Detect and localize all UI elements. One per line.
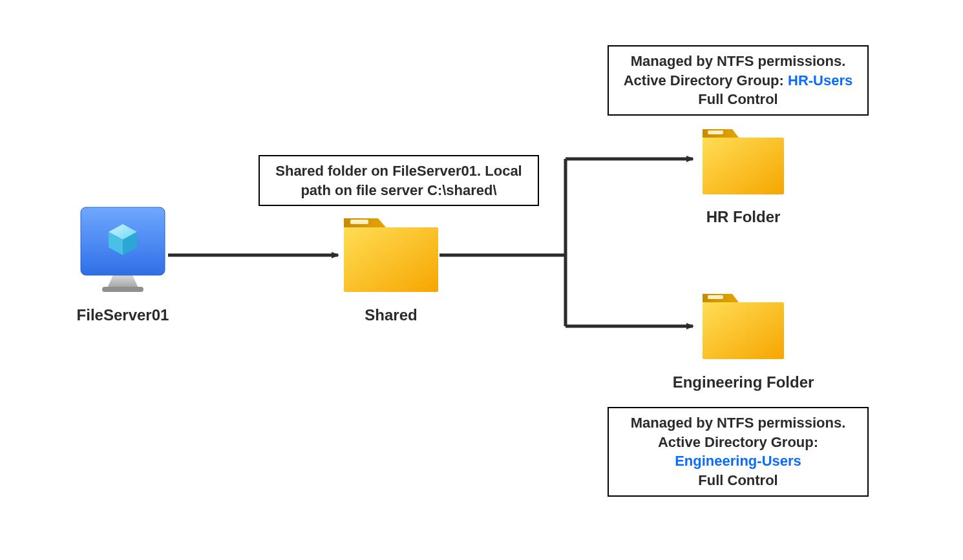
hr-folder-icon [701, 126, 785, 197]
svg-rect-11 [344, 227, 438, 292]
eng-note-group: Engineering-Users [675, 453, 801, 469]
eng-folder-label: Engineering Folder [646, 373, 840, 391]
hr-note-line1: Managed by NTFS permissions. [615, 52, 861, 71]
hr-note-line2: Active Directory Group: HR-Users [615, 71, 861, 90]
shared-note-box: Shared folder on FileServer01. Local pat… [259, 155, 539, 206]
svg-rect-15 [703, 302, 784, 359]
svg-rect-16 [708, 295, 723, 299]
diagram-stage: FileServer01 Shared folder on FileServer… [0, 0, 963, 560]
eng-note-box: Managed by NTFS permissions. Active Dire… [608, 407, 869, 497]
svg-rect-5 [102, 287, 143, 292]
hr-note-group: HR-Users [788, 72, 852, 88]
svg-rect-12 [350, 220, 368, 224]
eng-folder-icon [701, 291, 785, 362]
shared-folder-label: Shared [326, 306, 456, 324]
eng-note-line2a: Active Directory Group: [615, 433, 861, 452]
svg-rect-13 [703, 138, 784, 194]
server-icon [78, 204, 168, 295]
hr-note-box: Managed by NTFS permissions. Active Dire… [608, 45, 869, 116]
hr-folder-label: HR Folder [666, 208, 821, 226]
hr-note-prefix: Active Directory Group: [624, 72, 788, 88]
shared-folder-icon [343, 214, 439, 295]
eng-note-line1: Managed by NTFS permissions. [615, 413, 861, 433]
eng-note-line3: Full Control [615, 471, 861, 490]
eng-note-line2b: Engineering-Users [615, 451, 861, 471]
server-label: FileServer01 [58, 306, 187, 324]
shared-note-text: Shared folder on FileServer01. Local pat… [275, 163, 522, 198]
hr-note-line3: Full Control [615, 90, 861, 109]
svg-rect-14 [708, 130, 723, 134]
